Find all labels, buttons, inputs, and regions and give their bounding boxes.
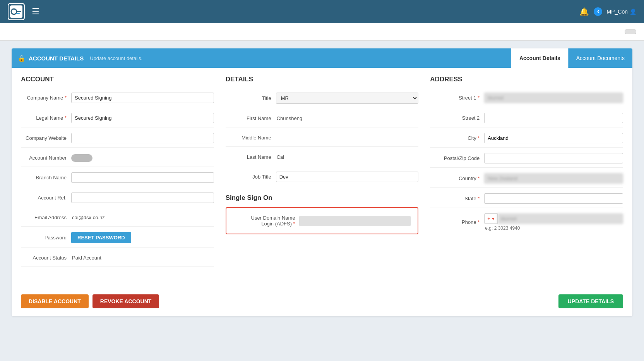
hamburger-menu[interactable]: ☰: [32, 7, 39, 17]
update-details-button[interactable]: UPDATE DETAILS: [558, 294, 623, 308]
state-input[interactable]: [484, 193, 623, 204]
street1-row: Street 1 *: [430, 93, 623, 107]
disable-account-button[interactable]: DISABLE ACCOUNT: [21, 294, 89, 308]
phone-flag[interactable]: + ▾: [484, 213, 498, 224]
country-input[interactable]: [484, 173, 623, 184]
account-details-card: 🔒 ACCOUNT DETAILS Update account details…: [12, 48, 632, 316]
legal-name-row: Legal Name *: [21, 113, 214, 127]
account-number-row: Account Number: [21, 153, 214, 167]
user-menu[interactable]: MP_Con 👤: [607, 9, 636, 15]
content-columns: ACCOUNT Company Name * Legal Name * Comp…: [21, 76, 623, 272]
subnav-button[interactable]: [625, 29, 636, 34]
revoke-account-button[interactable]: REVOKE ACCOUNT: [92, 294, 159, 308]
account-status-value: Paid Account: [71, 255, 101, 261]
company-name-label: Company Name *: [21, 95, 71, 101]
company-website-label: Company Website: [21, 135, 71, 141]
job-title-row: Job Title: [226, 172, 419, 186]
logo-icon: [8, 3, 25, 20]
last-name-row: Last Name Cai: [226, 152, 419, 166]
account-number-pill: [71, 154, 92, 162]
account-column: ACCOUNT Company Name * Legal Name * Comp…: [21, 76, 214, 272]
postal-code-label: Postal/Zip Code: [430, 155, 484, 161]
user-icon: 👤: [630, 9, 636, 15]
required-star: *: [478, 135, 480, 141]
tab-account-documents[interactable]: Account Documents: [568, 48, 632, 68]
sub-navigation: [0, 23, 644, 41]
phone-hint: e.g: 2 3023 4940: [484, 225, 623, 231]
title-select[interactable]: MR MRS MS DR: [276, 93, 419, 104]
phone-input[interactable]: [498, 213, 623, 224]
card-subtitle: Update account details.: [90, 55, 142, 61]
phone-field-wrap: + ▾ e.g: 2 3023 4940: [484, 213, 623, 231]
city-row: City *: [430, 133, 623, 148]
chevron-down-icon: ▾: [492, 216, 495, 222]
account-ref-row: Account Ref.: [21, 193, 214, 207]
job-title-label: Job Title: [226, 174, 276, 180]
sso-heading: Single Sign On: [226, 194, 419, 202]
phone-input-row: + ▾: [484, 213, 623, 224]
account-status-label: Account Status: [21, 255, 71, 261]
company-name-row: Company Name *: [21, 93, 214, 107]
job-title-input[interactable]: [276, 172, 419, 182]
card-tabs: Account Details Account Documents: [511, 48, 632, 68]
email-address-value: cai@dsx.co.nz: [71, 215, 105, 220]
branch-name-label: Branch Name: [21, 175, 71, 180]
reset-password-button[interactable]: RESET PASSWORD: [71, 232, 131, 243]
legal-name-input[interactable]: [71, 113, 214, 123]
first-name-row: First Name Chunsheng: [226, 113, 419, 127]
postal-code-input[interactable]: [484, 153, 623, 163]
last-name-value: Cai: [276, 154, 284, 160]
title-row: Title MR MRS MS DR: [226, 93, 419, 108]
first-name-value: Chunsheng: [276, 115, 303, 121]
tab-account-details[interactable]: Account Details: [511, 48, 568, 68]
password-label: Password: [21, 235, 71, 241]
details-column: DETAILS Title MR MRS MS DR First Name: [226, 76, 419, 272]
first-name-label: First Name: [226, 115, 276, 121]
address-heading: ADDRESS: [430, 76, 623, 86]
company-website-input[interactable]: [71, 133, 214, 143]
user-name: MP_Con: [607, 9, 628, 15]
company-website-row: Company Website: [21, 133, 214, 148]
sso-label: User Domain NameLogin (ADFS) *: [233, 215, 295, 227]
title-label: Title: [226, 95, 276, 101]
account-ref-label: Account Ref.: [21, 195, 71, 201]
required-star: *: [65, 115, 67, 121]
street2-input[interactable]: [484, 113, 623, 123]
city-input[interactable]: [484, 133, 623, 143]
required-star: *: [478, 196, 480, 201]
details-heading: DETAILS: [226, 76, 419, 86]
street1-input[interactable]: [484, 93, 623, 103]
company-name-input[interactable]: [71, 93, 214, 103]
nav-right: 🔔 3 MP_Con 👤: [579, 7, 636, 16]
email-address-label: Email Address: [21, 215, 71, 220]
card-body: ACCOUNT Company Name * Legal Name * Comp…: [12, 68, 632, 284]
notification-bell-icon[interactable]: 🔔: [579, 7, 589, 16]
lock-icon: 🔒: [18, 55, 26, 62]
card-title: ACCOUNT DETAILS: [29, 55, 84, 62]
required-star: *: [478, 95, 480, 101]
branch-name-input[interactable]: [71, 172, 214, 183]
street2-row: Street 2: [430, 113, 623, 127]
email-address-row: Email Address cai@dsx.co.nz: [21, 213, 214, 227]
middle-name-row: Middle Name: [226, 133, 419, 147]
middle-name-label: Middle Name: [226, 135, 276, 141]
branch-name-row: Branch Name: [21, 172, 214, 187]
account-ref-input[interactable]: [71, 193, 214, 203]
logo[interactable]: [8, 3, 25, 20]
state-row: State *: [430, 193, 623, 208]
top-navigation: ☰ 🔔 3 MP_Con 👤: [0, 0, 644, 23]
sso-box: User Domain NameLogin (ADFS) *: [226, 207, 419, 234]
svg-rect-3: [16, 11, 21, 12]
required-star: *: [478, 219, 480, 225]
account-heading: ACCOUNT: [21, 76, 214, 86]
country-label: Country *: [430, 175, 484, 181]
state-label: State *: [430, 196, 484, 201]
card-footer: DISABLE ACCOUNT REVOKE ACCOUNT UPDATE DE…: [12, 288, 632, 316]
city-label: City *: [430, 135, 484, 141]
nav-left: ☰: [8, 3, 39, 20]
svg-rect-4: [16, 13, 20, 14]
phone-label: Phone *: [430, 219, 484, 225]
card-header: 🔒 ACCOUNT DETAILS Update account details…: [12, 48, 632, 68]
sso-input[interactable]: [299, 216, 411, 226]
card-header-left: 🔒 ACCOUNT DETAILS Update account details…: [12, 55, 142, 62]
